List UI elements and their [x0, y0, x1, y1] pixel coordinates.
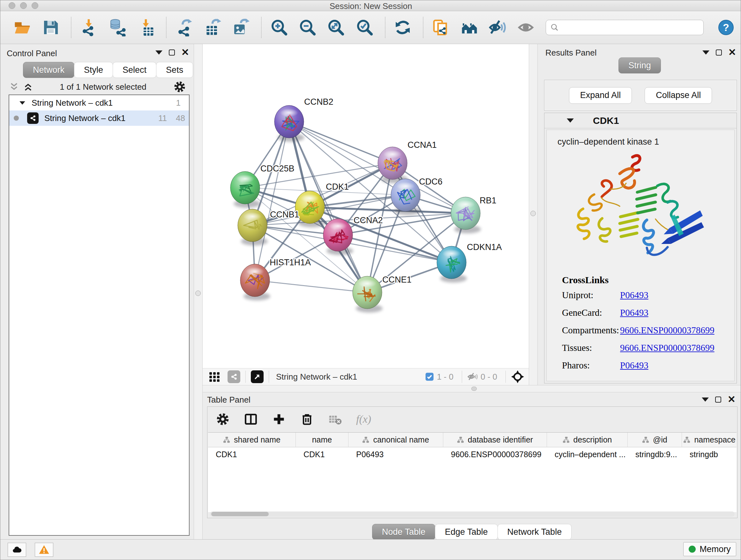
zoom-fit-icon[interactable]	[327, 18, 345, 37]
float-panel-icon[interactable]	[716, 50, 722, 56]
import-table-icon[interactable]	[137, 18, 155, 37]
collapse-all-icon[interactable]	[9, 82, 19, 91]
expand-all-button[interactable]: Expand All	[569, 87, 632, 104]
open-in-new-window-icon[interactable]	[251, 370, 264, 383]
tab-network-table[interactable]: Network Table	[497, 524, 572, 540]
tab-style[interactable]: Style	[74, 62, 113, 78]
table-cell[interactable]: cyclin–dependent ...	[547, 447, 628, 461]
tab-string[interactable]: String	[618, 57, 661, 73]
left-splitter-handle[interactable]	[195, 291, 201, 296]
close-panel-icon[interactable]: ✕	[728, 396, 736, 402]
import-network-from-database-icon[interactable]	[108, 18, 126, 37]
selected-checkbox-icon[interactable]	[425, 372, 434, 381]
table-cell[interactable]: stringdb:9...	[628, 447, 682, 461]
table-cell[interactable]: 9606.ENSP00000378699	[443, 447, 547, 461]
column-header--id[interactable]: @id	[628, 433, 682, 447]
save-session-icon[interactable]	[42, 18, 60, 37]
column-header-name[interactable]: name	[296, 433, 348, 447]
zoom-in-icon[interactable]	[270, 18, 288, 37]
tab-sets[interactable]: Sets	[156, 62, 193, 78]
tab-select[interactable]: Select	[113, 62, 156, 78]
open-session-icon[interactable]	[13, 18, 31, 37]
horizontal-splitter-handle[interactable]	[471, 387, 477, 391]
column-header-description[interactable]: description	[547, 433, 628, 447]
right-splitter-handle[interactable]	[530, 211, 536, 216]
table-cell[interactable]: CDK1	[208, 447, 296, 461]
level-of-detail-eye-icon[interactable]	[517, 18, 536, 37]
gene-description: cyclin–dependent kinase 1	[557, 137, 734, 147]
first-neighbors-icon[interactable]	[460, 18, 478, 37]
tab-edge-table[interactable]: Edge Table	[435, 524, 498, 540]
table-toolbar: f(x)	[207, 407, 737, 432]
export-image-icon[interactable]	[232, 18, 250, 37]
network-canvas[interactable]: CCNB2CCNA1CDC25BCDK1CDC6RB1CCNB1CCNA2CDK…	[203, 44, 529, 368]
network-node-cdkn1a[interactable]: CDKN1A	[437, 242, 502, 283]
network-node-ccne1[interactable]: CCNE1	[353, 275, 412, 313]
network-row[interactable]: String Network – cdk1 11 48	[9, 111, 189, 126]
table-horizontal-scrollbar[interactable]	[210, 511, 735, 516]
expand-all-icon[interactable]	[23, 82, 33, 91]
close-panel-icon[interactable]: ✕	[181, 49, 189, 56]
network-node-ccna2[interactable]: CCNA2	[323, 215, 383, 255]
table-cell[interactable]: P06493	[348, 447, 443, 461]
birds-eye-view-icon[interactable]	[511, 370, 524, 383]
float-panel-icon[interactable]	[169, 50, 175, 56]
export-table-icon[interactable]	[203, 18, 221, 37]
zoom-out-icon[interactable]	[298, 18, 317, 37]
delete-column-icon[interactable]	[300, 412, 314, 426]
table-options-gear-icon[interactable]	[216, 412, 230, 426]
network-edge[interactable]	[310, 207, 466, 213]
refresh-icon[interactable]	[394, 18, 412, 37]
table-cell[interactable]: stringdb	[682, 447, 737, 461]
network-node-cdc25b[interactable]: CDC25B	[230, 164, 294, 208]
table-cell[interactable]: CDK1	[296, 447, 348, 461]
network-node-rb1[interactable]: RB1	[451, 196, 496, 233]
zoom-selected-icon[interactable]	[355, 18, 374, 37]
add-column-icon[interactable]	[272, 412, 286, 426]
column-header-canonical-name[interactable]: canonical name	[348, 433, 443, 447]
close-panel-icon[interactable]: ✕	[728, 49, 736, 56]
network-badge-icon[interactable]	[227, 370, 240, 383]
help-button[interactable]: ?	[718, 20, 734, 35]
crosslink-value-link[interactable]: P06493	[620, 290, 649, 300]
crosslink-value-link[interactable]: 9606.ENSP00000378699	[620, 325, 715, 335]
column-header-database-identifier[interactable]: database identifier	[443, 433, 547, 447]
import-network-icon[interactable]	[80, 18, 98, 37]
gene-header[interactable]: CDK1	[544, 113, 737, 128]
clone-network-icon[interactable]	[432, 18, 450, 37]
crosslink-value-link[interactable]: P06493	[620, 360, 649, 371]
show-columns-icon[interactable]	[244, 412, 258, 426]
column-header-shared-name[interactable]: shared name	[208, 433, 296, 447]
right-splitter[interactable]	[529, 44, 538, 385]
left-splitter[interactable]	[194, 44, 203, 539]
gene-collapse-icon[interactable]	[567, 118, 574, 123]
crosslink-value-link[interactable]: 9606.ENSP00000378699	[620, 343, 715, 353]
crosslink-value-link[interactable]: P06493	[620, 307, 649, 318]
search-input[interactable]	[562, 22, 699, 33]
collection-expand-icon[interactable]	[19, 101, 25, 105]
horizontal-splitter[interactable]	[203, 385, 741, 392]
table-row[interactable]: CDK1CDK1P064939606.ENSP00000378699cyclin…	[208, 447, 737, 461]
grid-view-icon[interactable]	[208, 371, 220, 383]
panel-menu-icon[interactable]	[155, 51, 162, 55]
float-panel-icon[interactable]	[715, 396, 721, 402]
cloud-button[interactable]	[8, 543, 26, 557]
panel-menu-icon[interactable]	[702, 51, 710, 55]
memory-button[interactable]: Memory	[683, 542, 736, 556]
tab-node-table[interactable]: Node Table	[372, 524, 435, 540]
network-node-cdc6[interactable]: CDC6	[391, 177, 443, 215]
collapse-all-button[interactable]: Collapse All	[645, 87, 712, 104]
panel-menu-icon[interactable]	[702, 397, 709, 401]
warnings-button[interactable]	[35, 543, 53, 557]
export-network-icon[interactable]	[175, 18, 193, 37]
column-header-namespace[interactable]: namespace	[682, 433, 737, 447]
hidden-eye-icon[interactable]	[467, 371, 478, 382]
network-node-hist1h1a[interactable]: HIST1H1A	[240, 258, 311, 300]
node-table: shared namenamecanonical namedatabase id…	[208, 432, 737, 512]
show-hide-graphics-icon[interactable]	[489, 18, 507, 37]
network-collection-row[interactable]: String Network – cdk1 1	[9, 95, 189, 111]
crosslink-row: GeneCard:P06493	[562, 307, 734, 318]
tab-network[interactable]: Network	[23, 62, 74, 78]
network-options-gear-icon[interactable]	[173, 80, 186, 93]
scrollbar-thumb[interactable]	[211, 512, 269, 516]
